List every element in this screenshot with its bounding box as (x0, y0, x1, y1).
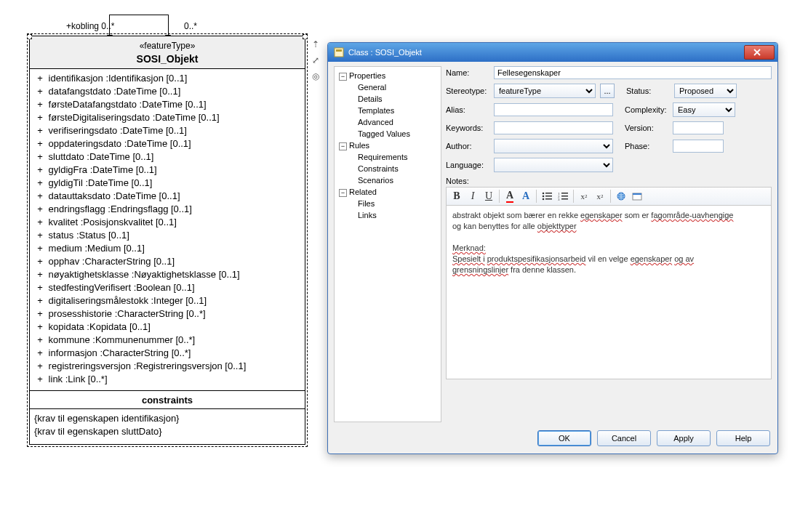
uml-attribute[interactable]: + kvalitet :Posisjonskvalitet [0..1] (34, 216, 300, 229)
uml-constraint: {krav til egenskapen sluttDato} (34, 425, 300, 438)
uml-role-label-2: 0..* (184, 21, 197, 31)
uml-attribute[interactable]: + kommune :Kommunenummer [0..*] (34, 334, 300, 347)
uml-constraints-header: constraints (30, 391, 305, 409)
uml-attribute[interactable]: + oppdateringsdato :DateTime [0..1] (34, 137, 300, 150)
tree-leaf[interactable]: Details (349, 93, 439, 105)
tree-leaf[interactable]: Requirements (349, 151, 439, 163)
tree-leaf[interactable]: Files (349, 198, 439, 209)
svg-rect-1 (336, 49, 342, 52)
uml-attribute[interactable]: + endringsflagg :Endringsflagg [0..1] (34, 203, 300, 216)
uml-attribute[interactable]: + gyldigFra :DateTime [0..1] (34, 164, 300, 177)
uml-attribute[interactable]: + datafangstdato :DateTime [0..1] (34, 85, 300, 98)
tree-leaf[interactable]: Scenarios (349, 174, 439, 186)
superscript-button[interactable]: x2 (577, 189, 591, 203)
tree-node-rules[interactable]: −Rules RequirementsConstraintsScenarios (339, 140, 439, 186)
cancel-button[interactable]: Cancel (597, 430, 651, 446)
font-color-button[interactable]: A (503, 189, 517, 203)
toolbar-separator (499, 190, 500, 203)
insert-button[interactable] (630, 189, 644, 203)
version-label: Version: (625, 124, 668, 132)
tree-leaf[interactable]: Advanced (349, 116, 439, 128)
uml-class-box[interactable]: ⇡ ⤢ ◎ «featureType» SOSI_Objekt + identi… (29, 36, 305, 445)
tree-node-properties[interactable]: −Properties GeneralDetailsTemplatesAdvan… (339, 70, 439, 140)
status-select[interactable]: Proposed (674, 84, 737, 98)
tree-leaf[interactable]: Constraints (349, 163, 439, 174)
class-properties-dialog: Class : SOSI_Objekt −Properties GeneralD… (327, 42, 778, 454)
uml-attribute-compartment: + identifikasjon :Identifikasjon [0..1]+… (30, 69, 305, 391)
phase-field[interactable] (673, 140, 724, 153)
uml-class-diagram: +kobling 0..* 0..* ⇡ ⤢ ◎ «featureType» S… (29, 15, 305, 445)
tree-leaf[interactable]: General (349, 81, 439, 93)
numbered-list-button[interactable]: 123 (556, 189, 570, 203)
name-field[interactable] (494, 66, 772, 79)
help-button[interactable]: Help (716, 430, 770, 446)
uml-attribute[interactable]: + stedfestingVerifisert :Boolean [0..1] (34, 281, 300, 294)
subscript-button[interactable]: x2 (593, 189, 607, 203)
uml-constraint: {krav til egenskapen identifikasjon} (34, 412, 300, 425)
phase-label: Phase: (625, 142, 668, 150)
svg-rect-18 (633, 193, 641, 195)
toolbar-separator (573, 190, 574, 203)
keywords-field[interactable] (494, 121, 613, 134)
notes-editor[interactable]: abstrakt objekt som bærer en rekke egens… (446, 205, 772, 379)
uml-attribute[interactable]: + digitaliseringsmålestokk :Integer [0..… (34, 294, 300, 307)
svg-rect-13 (561, 196, 568, 197)
tree-leaf[interactable]: Templates (349, 105, 439, 116)
name-label: Name: (446, 68, 489, 77)
underline-button[interactable]: U (481, 189, 496, 203)
font-button[interactable]: A (519, 189, 533, 203)
collapse-icon[interactable]: − (339, 142, 347, 150)
tree-leaf[interactable]: Links (349, 209, 439, 221)
svg-rect-7 (545, 196, 552, 197)
ok-button[interactable]: OK (537, 430, 591, 446)
uml-attribute[interactable]: + kopidata :Kopidata [0..1] (34, 321, 300, 334)
bullet-list-button[interactable] (540, 189, 554, 203)
window-icon (334, 47, 344, 57)
uml-attribute[interactable]: + prosesshistorie :CharacterString [0..*… (34, 307, 300, 321)
tree-node-related[interactable]: −Related FilesLinks (339, 186, 439, 221)
uml-attribute[interactable]: + identifikasjon :Identifikasjon [0..1] (34, 72, 300, 85)
apply-button[interactable]: Apply (657, 430, 711, 446)
uml-attribute[interactable]: + sluttdato :DateTime [0..1] (34, 150, 300, 164)
category-tree[interactable]: −Properties GeneralDetailsTemplatesAdvan… (334, 66, 441, 422)
close-button[interactable] (744, 45, 775, 60)
version-field[interactable] (673, 121, 724, 134)
uml-attribute[interactable]: + informasjon :CharacterString [0..*] (34, 347, 300, 360)
stereotype-select[interactable]: featureType (494, 84, 596, 98)
toolbar-separator (536, 190, 537, 203)
uml-self-association: +kobling 0..* 0..* (109, 15, 169, 36)
alias-field[interactable] (494, 103, 613, 116)
uml-attribute[interactable]: + link :Link [0..*] (34, 373, 300, 386)
arrow-up-icon[interactable]: ⇡ (311, 39, 321, 49)
link-icon[interactable]: ⤢ (311, 55, 321, 65)
stereotype-browse-button[interactable]: ... (600, 84, 615, 98)
tree-leaf[interactable]: Tagged Values (349, 128, 439, 140)
uml-constraints-compartment: {krav til egenskapen identifikasjon}{kra… (30, 409, 305, 444)
bullet-list-icon (542, 192, 552, 201)
uml-attribute[interactable]: + registreringsversjon :Registreringsver… (34, 360, 300, 373)
lens-icon[interactable]: ◎ (311, 71, 321, 81)
hyperlink-button[interactable] (614, 189, 628, 203)
svg-rect-15 (561, 198, 568, 200)
uml-attribute[interactable]: + førsteDigitaliseringsdato :DateTime [0… (34, 111, 300, 124)
status-label: Status: (626, 86, 670, 95)
uml-attribute[interactable]: + medium :Medium [0..1] (34, 242, 300, 255)
author-select[interactable] (494, 139, 613, 153)
uml-attribute[interactable]: + opphav :CharacterString [0..1] (34, 255, 300, 268)
language-select[interactable] (494, 158, 613, 172)
dialog-title-text: Class : SOSI_Objekt (348, 48, 422, 57)
svg-rect-9 (545, 198, 552, 200)
uml-role-label: +kobling 0..* (66, 21, 114, 31)
dialog-titlebar[interactable]: Class : SOSI_Objekt (328, 43, 777, 62)
uml-attribute[interactable]: + datauttaksdato :DateTime [0..1] (34, 190, 300, 203)
collapse-icon[interactable]: − (339, 73, 347, 81)
collapse-icon[interactable]: − (339, 189, 347, 197)
uml-attribute[interactable]: + gyldigTil :DateTime [0..1] (34, 177, 300, 190)
uml-attribute[interactable]: + verifiseringsdato :DateTime [0..1] (34, 124, 300, 137)
uml-attribute[interactable]: + status :Status [0..1] (34, 229, 300, 242)
uml-attribute[interactable]: + førsteDatafangstdato :DateTime [0..1] (34, 98, 300, 111)
italic-button[interactable]: I (465, 189, 480, 203)
bold-button[interactable]: B (449, 189, 464, 203)
complexity-select[interactable]: Easy (673, 102, 735, 117)
uml-attribute[interactable]: + nøyaktighetsklasse :Nøyaktighetsklasse… (34, 268, 300, 281)
